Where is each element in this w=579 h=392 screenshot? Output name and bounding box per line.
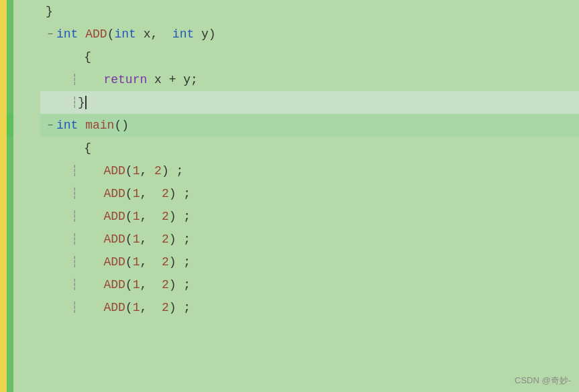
code-line-add-sig: − int ADD ( int x, int y) — [40, 23, 579, 46]
code-line-close-brace: } — [40, 0, 579, 23]
yellow-bar — [0, 0, 7, 392]
dashed-indent-2: ┆ — [46, 96, 78, 109]
code-line-add-call-6: ┆ ADD ( 1 , 2 ) ; — [40, 273, 579, 296]
code-line-add-call-2: ┆ ADD ( 1 , 2 ) ; — [40, 182, 579, 205]
open-brace-2: { — [84, 141, 91, 155]
green-highlight — [7, 114, 13, 137]
fold-icon-main[interactable]: − — [46, 120, 55, 131]
fold-icon-add[interactable]: − — [46, 29, 55, 40]
dashed-indent-9: ┆ — [46, 301, 103, 314]
dashed-indent-3: ┆ — [46, 164, 103, 178]
dashed-indent-1: ┆ — [46, 73, 103, 86]
code-line-add-call-3: ┆ ADD ( 1 , 2 ) ; — [40, 205, 579, 228]
dashed-indent-8: ┆ — [46, 278, 103, 291]
keyword-return: return — [103, 73, 147, 86]
gutter — [0, 0, 40, 392]
code-line-close-brace-2: ┆ } ​ — [40, 91, 579, 114]
code-line-open-brace-1: { — [40, 46, 579, 68]
function-name-add: ADD — [85, 27, 107, 41]
code-line-return: ┆ return x + y; — [40, 68, 579, 91]
keyword-int-add: int — [56, 27, 78, 41]
open-brace-1: { — [84, 50, 91, 64]
close-brace-1: } — [46, 5, 53, 18]
code-line-add-call-7: ┆ ADD ( 1 , 2 ) ; — [40, 296, 579, 319]
dashed-indent-4: ┆ — [46, 187, 103, 200]
code-line-open-brace-2: { — [40, 137, 579, 159]
function-name-main: main — [85, 119, 114, 132]
green-bar — [7, 0, 13, 392]
code-line-add-call-4: ┆ ADD ( 1 , 2 ) ; — [40, 228, 579, 251]
editor-container: } − int ADD ( int x, int y) { ┆ return x… — [0, 0, 579, 392]
watermark: CSDN @奇妙- — [515, 375, 571, 387]
dashed-indent-5: ┆ — [46, 210, 103, 223]
keyword-int-main: int — [56, 119, 78, 132]
dashed-indent-6: ┆ — [46, 233, 103, 246]
dashed-indent-7: ┆ — [46, 255, 103, 269]
code-line-main-sig: − int main () — [40, 114, 579, 137]
code-line-add-call-1: ┆ ADD ( 1 , 2 ) ; — [40, 159, 579, 182]
code-line-add-call-5: ┆ ADD ( 1 , 2 ) ; — [40, 251, 579, 273]
close-brace-2: } — [78, 96, 85, 109]
code-area[interactable]: } − int ADD ( int x, int y) { ┆ return x… — [40, 0, 579, 392]
